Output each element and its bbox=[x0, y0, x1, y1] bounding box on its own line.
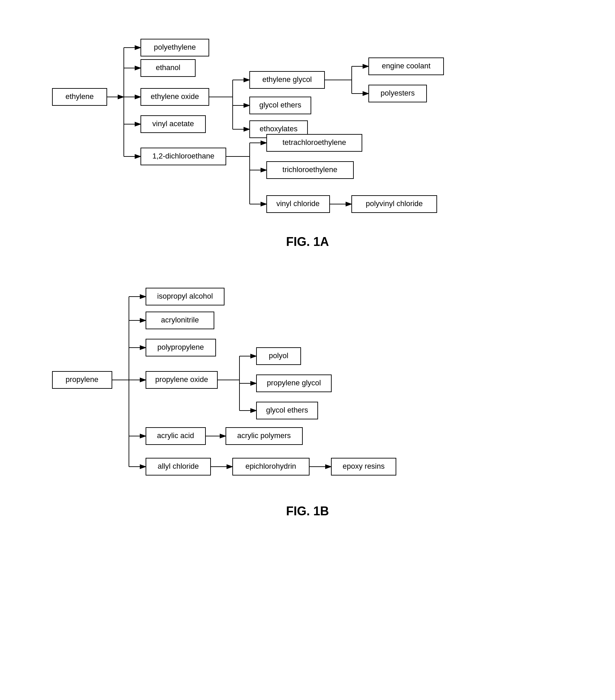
propylene-oxide-label: propylene oxide bbox=[155, 375, 208, 384]
propylene-glycol-label: propylene glycol bbox=[267, 378, 321, 387]
ethylene-label: ethylene bbox=[65, 92, 93, 101]
ethylene-glycol-label: ethylene glycol bbox=[262, 75, 312, 84]
isopropyl-label: isopropyl alcohol bbox=[157, 292, 213, 300]
diagram-container: ethylene polyethylene ethanol ethylene o… bbox=[35, 14, 580, 539]
glycol-ethers-label-1a: glycol ethers bbox=[259, 101, 301, 109]
ethanol-label: ethanol bbox=[156, 63, 180, 72]
fig1a-svg: ethylene polyethylene ethanol ethylene o… bbox=[42, 14, 573, 225]
ethoxylates-label: ethoxylates bbox=[260, 125, 297, 133]
polyethylene-label: polyethylene bbox=[154, 43, 196, 51]
fig1b-svg: propylene isopropyl alcohol acrylonitril… bbox=[42, 270, 573, 494]
ethylene-oxide-label: ethylene oxide bbox=[151, 92, 199, 101]
acrylonitrile-label: acrylonitrile bbox=[161, 316, 199, 324]
glycol-ethers-label-1b: glycol ethers bbox=[266, 406, 308, 414]
propylene-label: propylene bbox=[66, 375, 99, 384]
vinyl-chloride-label: vinyl chloride bbox=[276, 199, 319, 208]
polypropylene-label: polypropylene bbox=[158, 343, 204, 351]
polyol-label: polyol bbox=[269, 351, 288, 360]
figure-1b-section: propylene isopropyl alcohol acrylonitril… bbox=[35, 270, 580, 518]
engine-coolant-label: engine coolant bbox=[382, 62, 430, 70]
dichloroethane-label: 1,2-dichloroethane bbox=[152, 152, 214, 160]
fig1a-label: FIG. 1A bbox=[35, 235, 580, 249]
figure-1a-section: ethylene polyethylene ethanol ethylene o… bbox=[35, 14, 580, 249]
acrylic-polymers-label: acrylic polymers bbox=[237, 431, 291, 440]
polyesters-label: polyesters bbox=[381, 89, 415, 97]
tetrachloroethylene-label: tetrachloroethylene bbox=[282, 138, 346, 147]
allyl-chloride-label: allyl chloride bbox=[158, 462, 199, 471]
acrylic-acid-label: acrylic acid bbox=[157, 431, 194, 440]
fig1b-label: FIG. 1B bbox=[35, 504, 580, 518]
epichlorohydrin-label: epichlorohydrin bbox=[245, 462, 296, 471]
trichloroethylene-label: trichloroethylene bbox=[282, 165, 337, 174]
vinyl-acetate-label: vinyl acetate bbox=[152, 120, 194, 128]
epoxy-resins-label: epoxy resins bbox=[342, 462, 385, 471]
polyvinyl-chloride-label: polyvinyl chloride bbox=[366, 199, 423, 208]
